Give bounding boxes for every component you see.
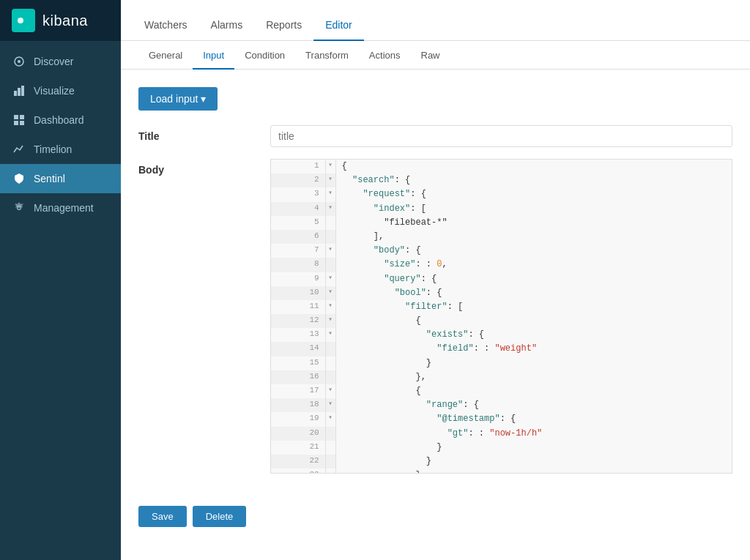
subtab-actions[interactable]: Actions [359, 41, 411, 70]
timelion-icon [12, 142, 26, 157]
fold-icon[interactable]: ▾ [326, 160, 336, 173]
sidebar-item-label: Dashboard [34, 114, 84, 126]
fold-icon [326, 258, 336, 272]
svg-rect-6 [14, 115, 18, 119]
code-line-6: 6 ], [271, 230, 732, 244]
sidebar-item-timelion[interactable]: Timelion [0, 135, 121, 164]
subtab-condition[interactable]: Condition [234, 41, 295, 70]
tab-reports[interactable]: Reports [254, 9, 313, 41]
fold-icon[interactable]: ▾ [326, 300, 336, 314]
svg-point-0 [18, 18, 23, 23]
fold-icon[interactable]: ▾ [326, 398, 336, 412]
code-line-5: 5 "filebeat-*" [271, 216, 732, 230]
sidebar: kibana Discover Visualize Dashboard Time… [0, 0, 121, 560]
code-line-8: 8 "size": : 0, [271, 258, 732, 272]
fold-icon[interactable]: ▾ [326, 202, 336, 216]
title-label: Title [138, 125, 270, 142]
dashboard-icon [12, 113, 26, 127]
svg-rect-8 [14, 121, 18, 125]
fold-icon [326, 342, 336, 356]
fold-icon[interactable]: ▾ [326, 173, 336, 187]
load-input-label: Load input ▾ [150, 93, 206, 105]
svg-point-2 [18, 60, 21, 63]
tab-editor[interactable]: Editor [313, 9, 364, 41]
code-line-11: 11▾ "filter": [ [271, 300, 732, 314]
svg-rect-3 [14, 91, 17, 96]
code-line-16: 16 }, [271, 370, 732, 384]
sidebar-item-dashboard[interactable]: Dashboard [0, 105, 121, 135]
delete-button[interactable]: Delete [193, 506, 247, 527]
sidebar-item-sentinl[interactable]: Sentinl [0, 164, 121, 193]
sidebar-item-label: Visualize [34, 85, 75, 97]
fold-icon[interactable]: ▾ [326, 187, 336, 201]
subtab-general[interactable]: General [138, 41, 193, 70]
sidebar-item-label: Timelion [34, 143, 72, 155]
discover-icon [12, 54, 26, 69]
subtab-raw[interactable]: Raw [411, 41, 450, 70]
sidebar-item-label: Sentinl [34, 173, 65, 184]
load-input-button[interactable]: Load input ▾ [138, 87, 218, 111]
tab-watchers[interactable]: Watchers [133, 9, 199, 41]
code-line-12: 12▾ { [271, 314, 732, 328]
code-line-13: 13▾ "exists": { [271, 328, 732, 342]
subtab-input[interactable]: Input [193, 41, 234, 70]
code-line-14: 14 "field": : "weight" [271, 342, 732, 356]
save-button[interactable]: Save [138, 506, 187, 527]
fold-icon [326, 370, 336, 384]
sub-tabs: General Input Condition Transform Action… [121, 41, 750, 70]
main-content: Watchers Alarms Reports Editor General I… [121, 0, 750, 560]
code-line-7: 7▾ "body": { [271, 244, 732, 258]
code-line-3: 3▾ "request": { [271, 187, 732, 201]
code-editor[interactable]: 1▾{2▾ "search": {3▾ "request": {4▾ "inde… [270, 159, 732, 474]
bottom-actions: Save Delete [121, 497, 750, 536]
fold-icon[interactable]: ▾ [326, 328, 336, 342]
fold-icon[interactable]: ▾ [326, 412, 336, 426]
svg-rect-5 [21, 86, 24, 96]
fold-icon [326, 230, 336, 244]
sidebar-item-visualize[interactable]: Visualize [0, 76, 121, 105]
kibana-logo-icon [12, 9, 35, 32]
svg-rect-4 [18, 88, 21, 96]
body-label: Body [138, 159, 270, 176]
fold-icon[interactable]: ▾ [326, 286, 336, 300]
fold-icon[interactable]: ▾ [326, 272, 336, 286]
fold-icon [326, 468, 336, 474]
top-navigation: Watchers Alarms Reports Editor [121, 0, 750, 41]
fold-icon [326, 356, 336, 370]
body-editor-wrapper: 1▾{2▾ "search": {3▾ "request": {4▾ "inde… [270, 159, 732, 474]
visualize-icon [12, 83, 26, 98]
code-line-17: 17▾ { [271, 384, 732, 398]
sidebar-navigation: Discover Visualize Dashboard Timelion Se… [0, 41, 121, 560]
code-line-18: 18▾ "range": { [271, 398, 732, 412]
code-line-10: 10▾ "bool": { [271, 286, 732, 300]
svg-rect-7 [20, 115, 24, 119]
fold-icon [326, 455, 336, 468]
code-line-15: 15 } [271, 356, 732, 370]
body-field-row: Body 1▾{2▾ "search": {3▾ "request": {4▾ … [138, 159, 732, 474]
sidebar-item-label: Management [34, 202, 94, 214]
code-line-21: 21 } [271, 441, 732, 455]
fold-icon[interactable]: ▾ [326, 244, 336, 258]
fold-icon[interactable]: ▾ [326, 384, 336, 398]
code-line-4: 4▾ "index": [ [271, 202, 732, 216]
code-line-1: 1▾{ [271, 160, 732, 173]
code-line-23: 23 } [271, 468, 732, 474]
sidebar-item-management[interactable]: Management [0, 193, 121, 223]
fold-icon[interactable]: ▾ [326, 314, 336, 328]
form-area: Load input ▾ Title Body 1▾{2▾ "search": … [121, 70, 750, 497]
title-input[interactable] [270, 125, 732, 147]
sidebar-item-label: Discover [34, 56, 73, 67]
sentinl-icon [12, 171, 26, 186]
svg-rect-9 [20, 121, 24, 125]
code-line-22: 22 } [271, 455, 732, 468]
code-line-9: 9▾ "query": { [271, 272, 732, 286]
code-line-2: 2▾ "search": { [271, 173, 732, 187]
management-icon [12, 201, 26, 215]
subtab-transform[interactable]: Transform [295, 41, 359, 70]
sidebar-item-discover[interactable]: Discover [0, 47, 121, 76]
title-input-wrapper [270, 125, 732, 147]
tab-alarms[interactable]: Alarms [199, 9, 255, 41]
fold-icon [326, 441, 336, 455]
code-line-19: 19▾ "@timestamp": { [271, 412, 732, 426]
sidebar-logo: kibana [0, 0, 121, 41]
